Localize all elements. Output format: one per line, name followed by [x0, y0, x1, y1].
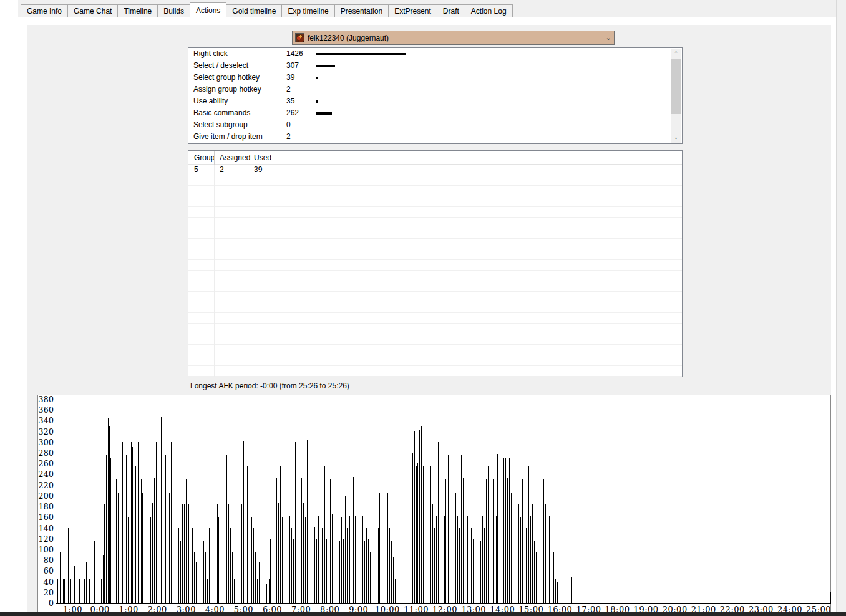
apm-bar	[530, 516, 531, 603]
apm-bar	[412, 453, 413, 603]
apm-bar	[459, 528, 460, 603]
action-row-right-click[interactable]: Right click1426	[188, 48, 682, 60]
apm-bar	[382, 541, 382, 603]
tab-draft[interactable]: Draft	[437, 4, 465, 17]
tab-game-info[interactable]: Game Info	[21, 4, 67, 17]
apm-bar	[134, 441, 134, 603]
tab-game-chat[interactable]: Game Chat	[67, 4, 117, 17]
y-tick-label: 340	[38, 416, 54, 425]
table-row-empty	[188, 196, 682, 207]
apm-bar	[543, 479, 544, 603]
apm-bar	[305, 517, 306, 603]
action-label: Use ability	[193, 95, 228, 107]
column-header-used[interactable]: Used	[254, 151, 271, 165]
taskbar-edge	[0, 612, 846, 616]
apm-bar	[163, 466, 163, 603]
apm-bar	[511, 493, 512, 603]
action-label: Give item / drop item	[193, 131, 263, 143]
action-row-give-item-drop-item[interactable]: Give item / drop item2	[188, 131, 682, 143]
apm-bar	[280, 466, 281, 603]
action-count: 2	[286, 131, 291, 143]
tab-presentation[interactable]: Presentation	[334, 4, 388, 17]
scroll-down-icon[interactable]: ⌄	[671, 132, 681, 143]
table-row-empty	[188, 366, 682, 377]
apm-bar	[391, 541, 392, 603]
tab-action-log[interactable]: Action Log	[465, 4, 513, 17]
apm-bar	[500, 479, 500, 603]
y-tick-label: 80	[38, 556, 54, 565]
apm-bar	[215, 478, 215, 603]
apm-bar	[194, 552, 195, 603]
action-count-bar	[316, 77, 318, 79]
apm-bar	[330, 479, 331, 603]
y-tick-label: 120	[38, 534, 54, 543]
action-count: 39	[286, 72, 294, 84]
apm-bar	[332, 514, 333, 603]
apm-bar	[455, 493, 456, 603]
apm-bar	[517, 479, 517, 603]
action-row-select-subgroup[interactable]: Select subgroup0	[188, 119, 682, 131]
apm-bar	[520, 517, 521, 603]
action-label: Select / deselect	[193, 60, 248, 72]
apm-bar	[145, 506, 145, 603]
apm-bar	[282, 517, 283, 603]
apm-bar	[339, 541, 340, 603]
scroll-up-icon[interactable]: ⌃	[671, 49, 681, 59]
apm-bar	[89, 579, 90, 603]
apm-bar	[298, 440, 298, 603]
action-count: 35	[286, 95, 294, 107]
apm-bar	[571, 577, 572, 603]
apm-bar	[318, 516, 319, 603]
column-header-assigned[interactable]: Assigned	[220, 151, 250, 165]
apm-bar	[490, 493, 490, 603]
apm-bar	[545, 504, 546, 603]
apm-bar	[414, 431, 415, 603]
window-right-margin	[836, 0, 846, 616]
apm-bar	[243, 441, 244, 603]
tab-actions[interactable]: Actions	[190, 2, 226, 18]
action-row-use-ability[interactable]: Use ability35	[188, 95, 682, 107]
table-gridline	[250, 165, 250, 377]
column-header-group[interactable]: Group	[194, 151, 215, 165]
apm-bar	[165, 455, 166, 603]
y-tick-label: 160	[38, 513, 54, 522]
apm-bar	[109, 426, 110, 603]
apm-bar	[190, 539, 190, 603]
y-tick-label: 320	[38, 426, 54, 436]
action-row-basic-commands[interactable]: Basic commands262	[188, 107, 682, 119]
apm-bar	[553, 552, 554, 603]
apm-bar	[74, 566, 75, 603]
cell-assigned: 2	[220, 165, 224, 175]
tab-builds[interactable]: Builds	[157, 4, 190, 17]
player-select[interactable]: feik122340 (Juggernaut) ⌄	[292, 31, 615, 45]
y-tick-label: 40	[38, 577, 54, 586]
action-row-select-deselect[interactable]: Select / deselect307	[188, 60, 682, 72]
table-row[interactable]: 5239	[188, 165, 682, 175]
apm-bar	[345, 496, 346, 603]
apm-bar	[494, 479, 494, 603]
apm-bar	[303, 503, 304, 603]
table-header[interactable]: GroupAssignedUsed	[188, 151, 682, 165]
action-count: 0	[286, 119, 291, 131]
apm-bar	[343, 539, 344, 603]
table-row-empty	[188, 260, 682, 271]
apm-bar	[299, 445, 299, 603]
action-row-select-group-hotkey[interactable]: Select group hotkey39	[188, 72, 682, 84]
chevron-down-icon[interactable]: ⌄	[603, 34, 614, 42]
table-row-empty	[188, 355, 682, 366]
apm-bar	[228, 504, 229, 603]
apm-bar	[263, 528, 263, 603]
list-scrollbar[interactable]: ⌃ ⌄	[671, 49, 681, 143]
apm-bar	[115, 463, 115, 603]
scrollbar-thumb[interactable]	[671, 59, 681, 114]
tab-exp-timeline[interactable]: Exp timeline	[281, 4, 334, 17]
action-row-assign-group-hotkey[interactable]: Assign group hotkey2	[188, 84, 682, 95]
apm-bar	[536, 552, 537, 603]
tab-extpresent[interactable]: ExtPresent	[388, 4, 437, 17]
tab-timeline[interactable]: Timeline	[117, 4, 157, 17]
apm-bar	[513, 430, 513, 603]
tab-gold-timeline[interactable]: Gold timeline	[226, 4, 281, 17]
y-tick-label: 200	[38, 491, 54, 500]
apm-bar	[321, 503, 321, 603]
apm-bar	[479, 562, 479, 603]
